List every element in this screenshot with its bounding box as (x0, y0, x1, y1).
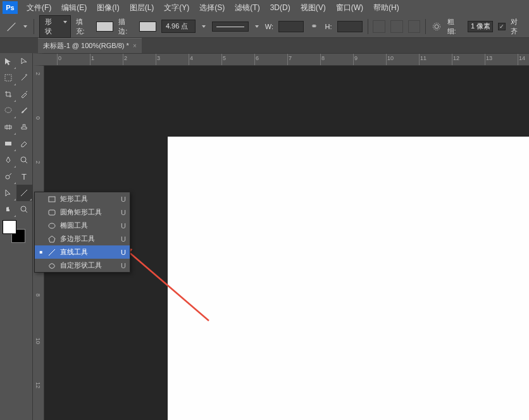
chevron-down-icon (62, 18, 68, 27)
svg-rect-4 (5, 126, 11, 128)
stroke-swatch[interactable] (139, 22, 156, 32)
flyout-custom-shape-tool[interactable]: 自定形状工具 U (35, 259, 130, 272)
magic-wand-tool[interactable] (16, 70, 33, 86)
artboard-tool[interactable] (16, 53, 33, 70)
brush-tool[interactable] (16, 102, 33, 119)
menu-help[interactable]: 帮助(H) (368, 1, 404, 15)
separator (425, 19, 426, 34)
height-input[interactable] (337, 21, 363, 32)
shape-tool[interactable] (16, 185, 33, 201)
svg-point-9 (21, 206, 26, 211)
menu-image[interactable]: 图像(I) (92, 1, 124, 15)
tools-panel: T (0, 53, 33, 420)
marquee-tool[interactable] (0, 70, 16, 86)
flyout-label: 椭圆工具 (60, 221, 117, 230)
type-tool[interactable]: T (16, 168, 33, 185)
weight-label: 粗细: (447, 17, 463, 36)
foreground-color[interactable] (3, 220, 16, 234)
dodge-tool[interactable] (0, 168, 16, 185)
tool-preset-icon[interactable] (5, 20, 17, 33)
flyout-shortcut: U (121, 222, 126, 230)
ellipse-icon (47, 221, 56, 230)
flyout-shortcut: U (121, 195, 126, 203)
gear-icon[interactable] (431, 21, 442, 32)
canvas[interactable] (168, 137, 529, 420)
weight-input[interactable] (468, 21, 493, 32)
move-tool[interactable] (0, 53, 16, 70)
flyout-label: 直线工具 (60, 247, 117, 257)
menu-3d[interactable]: 3D(D) (265, 1, 296, 14)
stroke-width-input[interactable]: 4.96 点 (161, 20, 196, 33)
fill-swatch[interactable] (96, 22, 113, 32)
healing-tool[interactable] (0, 119, 16, 135)
flyout-label: 圆角矩形工具 (60, 207, 117, 217)
menu-edit[interactable]: 编辑(E) (56, 1, 92, 15)
path-select-tool[interactable] (0, 185, 16, 201)
link-wh-icon[interactable]: ⚭ (309, 21, 320, 32)
align-edges-checkbox[interactable]: ✓ (498, 23, 506, 30)
horizontal-ruler[interactable]: 01234567891011121314 (33, 53, 529, 66)
svg-rect-11 (49, 210, 55, 215)
menu-window[interactable]: 窗口(W) (331, 1, 368, 15)
menu-type[interactable]: 文字(Y) (159, 1, 194, 15)
flyout-ellipse-tool[interactable]: 椭圆工具 U (35, 219, 130, 232)
svg-point-1 (433, 23, 440, 30)
svg-point-12 (49, 223, 55, 228)
flyout-label: 自定形状工具 (60, 261, 117, 270)
stroke-label: 描边: (118, 17, 134, 36)
close-icon[interactable]: × (133, 42, 137, 49)
flyout-line-tool[interactable]: ■ 直线工具 U (35, 245, 130, 259)
menu-file[interactable]: 文件(F) (22, 1, 56, 15)
width-input[interactable] (278, 21, 304, 32)
flyout-rectangle-tool[interactable]: 矩形工具 U (35, 192, 130, 206)
stroke-style-select[interactable] (212, 22, 249, 32)
flyout-shortcut: U (121, 249, 126, 256)
shape-mode-label: 形状 (45, 18, 52, 35)
custom-shape-icon (47, 261, 56, 270)
svg-marker-13 (49, 236, 55, 242)
lasso-tool[interactable] (0, 102, 16, 119)
svg-point-0 (435, 25, 439, 28)
stroke-width-dropdown[interactable] (201, 22, 207, 31)
stamp-tool[interactable] (16, 119, 33, 135)
path-align[interactable] (390, 20, 403, 33)
stroke-style-dropdown[interactable] (254, 22, 260, 31)
svg-rect-5 (5, 142, 11, 145)
svg-point-6 (21, 157, 26, 162)
color-swatches (0, 218, 32, 245)
align-edges-label: 对齐 (511, 17, 524, 36)
app-logo: Ps (3, 1, 18, 14)
zoom-tool-2[interactable] (16, 201, 33, 218)
menu-view[interactable]: 视图(V) (296, 1, 331, 15)
path-op-new[interactable] (373, 20, 385, 33)
eyedropper-tool[interactable] (16, 86, 33, 102)
rectangle-icon (47, 195, 56, 204)
flyout-label: 矩形工具 (60, 194, 117, 204)
gradient-tool[interactable] (0, 135, 16, 152)
document-tab-bar: 未标题-1 @ 100%(RGB/8) * × (0, 38, 529, 53)
tool-preset-dropdown[interactable] (22, 22, 28, 31)
document-tab[interactable]: 未标题-1 @ 100%(RGB/8) * × (38, 38, 142, 53)
flyout-shortcut: U (121, 235, 126, 243)
separator (368, 19, 368, 34)
zoom-tool[interactable] (16, 152, 33, 168)
menu-filter[interactable]: 滤镜(T) (230, 1, 264, 15)
flyout-polygon-tool[interactable]: 多边形工具 U (35, 232, 130, 245)
flyout-rounded-rectangle-tool[interactable]: 圆角矩形工具 U (35, 206, 130, 219)
document-tab-title: 未标题-1 @ 100%(RGB/8) * (43, 41, 129, 51)
crop-tool[interactable] (0, 86, 16, 102)
flyout-shortcut: U (121, 209, 126, 216)
svg-rect-10 (49, 197, 55, 202)
menu-bar: Ps 文件(F) 编辑(E) 图像(I) 图层(L) 文字(Y) 选择(S) 滤… (0, 0, 529, 15)
line-icon (47, 248, 56, 257)
flyout-shortcut: U (121, 262, 126, 269)
shape-mode-select[interactable]: 形状 (39, 15, 70, 38)
menu-select[interactable]: 选择(S) (194, 1, 230, 15)
svg-rect-2 (5, 75, 11, 81)
eraser-tool[interactable] (16, 135, 33, 152)
polygon-icon (47, 235, 56, 244)
menu-layer[interactable]: 图层(L) (125, 1, 159, 15)
pen-tool[interactable] (0, 152, 16, 168)
hand-tool[interactable] (0, 201, 16, 218)
path-arrange[interactable] (408, 20, 421, 33)
